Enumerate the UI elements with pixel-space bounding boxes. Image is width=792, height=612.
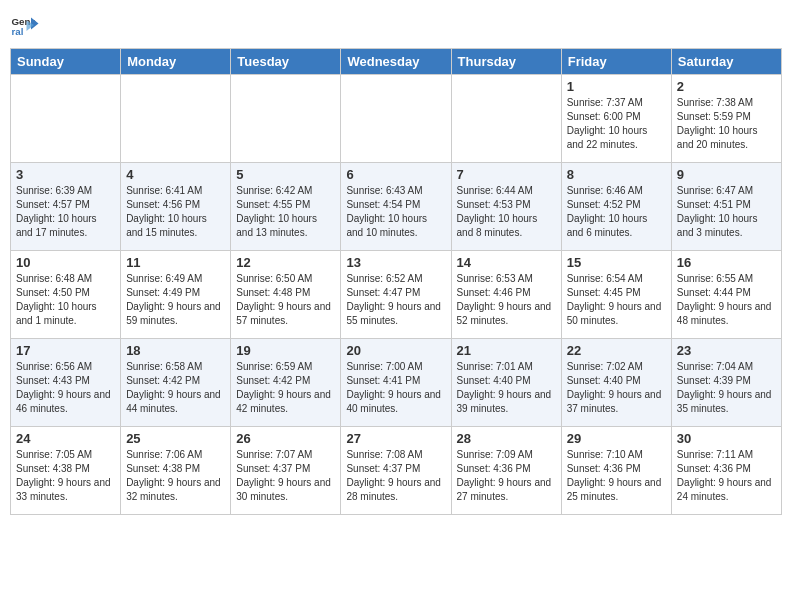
day-number: 29 xyxy=(567,431,666,446)
day-number: 18 xyxy=(126,343,225,358)
day-info: Sunrise: 6:53 AM Sunset: 4:46 PM Dayligh… xyxy=(457,272,556,328)
day-number: 11 xyxy=(126,255,225,270)
day-number: 4 xyxy=(126,167,225,182)
calendar-week-row: 17Sunrise: 6:56 AM Sunset: 4:43 PM Dayli… xyxy=(11,339,782,427)
svg-text:ral: ral xyxy=(12,26,24,37)
day-info: Sunrise: 7:07 AM Sunset: 4:37 PM Dayligh… xyxy=(236,448,335,504)
day-number: 9 xyxy=(677,167,776,182)
calendar-day xyxy=(231,75,341,163)
day-number: 27 xyxy=(346,431,445,446)
day-info: Sunrise: 7:10 AM Sunset: 4:36 PM Dayligh… xyxy=(567,448,666,504)
header: Gene ral xyxy=(10,10,782,40)
day-info: Sunrise: 7:38 AM Sunset: 5:59 PM Dayligh… xyxy=(677,96,776,152)
day-number: 13 xyxy=(346,255,445,270)
calendar-day: 16Sunrise: 6:55 AM Sunset: 4:44 PM Dayli… xyxy=(671,251,781,339)
day-info: Sunrise: 7:06 AM Sunset: 4:38 PM Dayligh… xyxy=(126,448,225,504)
calendar-day: 17Sunrise: 6:56 AM Sunset: 4:43 PM Dayli… xyxy=(11,339,121,427)
calendar-day: 29Sunrise: 7:10 AM Sunset: 4:36 PM Dayli… xyxy=(561,427,671,515)
day-number: 28 xyxy=(457,431,556,446)
calendar-day xyxy=(451,75,561,163)
day-number: 20 xyxy=(346,343,445,358)
calendar-week-row: 1Sunrise: 7:37 AM Sunset: 6:00 PM Daylig… xyxy=(11,75,782,163)
logo-icon: Gene ral xyxy=(10,10,40,40)
day-number: 25 xyxy=(126,431,225,446)
calendar-day: 22Sunrise: 7:02 AM Sunset: 4:40 PM Dayli… xyxy=(561,339,671,427)
day-info: Sunrise: 6:52 AM Sunset: 4:47 PM Dayligh… xyxy=(346,272,445,328)
day-info: Sunrise: 6:41 AM Sunset: 4:56 PM Dayligh… xyxy=(126,184,225,240)
calendar-week-row: 10Sunrise: 6:48 AM Sunset: 4:50 PM Dayli… xyxy=(11,251,782,339)
weekday-header: Tuesday xyxy=(231,49,341,75)
day-number: 30 xyxy=(677,431,776,446)
day-number: 12 xyxy=(236,255,335,270)
weekday-header-row: SundayMondayTuesdayWednesdayThursdayFrid… xyxy=(11,49,782,75)
calendar-day: 7Sunrise: 6:44 AM Sunset: 4:53 PM Daylig… xyxy=(451,163,561,251)
day-number: 10 xyxy=(16,255,115,270)
calendar-day: 19Sunrise: 6:59 AM Sunset: 4:42 PM Dayli… xyxy=(231,339,341,427)
day-number: 17 xyxy=(16,343,115,358)
weekday-header: Sunday xyxy=(11,49,121,75)
calendar-day: 13Sunrise: 6:52 AM Sunset: 4:47 PM Dayli… xyxy=(341,251,451,339)
calendar-day: 2Sunrise: 7:38 AM Sunset: 5:59 PM Daylig… xyxy=(671,75,781,163)
day-number: 3 xyxy=(16,167,115,182)
calendar-day: 21Sunrise: 7:01 AM Sunset: 4:40 PM Dayli… xyxy=(451,339,561,427)
calendar-day: 30Sunrise: 7:11 AM Sunset: 4:36 PM Dayli… xyxy=(671,427,781,515)
calendar-day xyxy=(121,75,231,163)
calendar-day xyxy=(341,75,451,163)
calendar-day: 25Sunrise: 7:06 AM Sunset: 4:38 PM Dayli… xyxy=(121,427,231,515)
day-number: 21 xyxy=(457,343,556,358)
day-info: Sunrise: 6:55 AM Sunset: 4:44 PM Dayligh… xyxy=(677,272,776,328)
day-info: Sunrise: 6:44 AM Sunset: 4:53 PM Dayligh… xyxy=(457,184,556,240)
day-info: Sunrise: 7:05 AM Sunset: 4:38 PM Dayligh… xyxy=(16,448,115,504)
day-number: 8 xyxy=(567,167,666,182)
day-number: 26 xyxy=(236,431,335,446)
day-info: Sunrise: 7:11 AM Sunset: 4:36 PM Dayligh… xyxy=(677,448,776,504)
day-number: 14 xyxy=(457,255,556,270)
day-number: 7 xyxy=(457,167,556,182)
calendar-day xyxy=(11,75,121,163)
day-number: 23 xyxy=(677,343,776,358)
calendar-day: 26Sunrise: 7:07 AM Sunset: 4:37 PM Dayli… xyxy=(231,427,341,515)
day-number: 24 xyxy=(16,431,115,446)
weekday-header: Thursday xyxy=(451,49,561,75)
calendar-week-row: 24Sunrise: 7:05 AM Sunset: 4:38 PM Dayli… xyxy=(11,427,782,515)
calendar-day: 8Sunrise: 6:46 AM Sunset: 4:52 PM Daylig… xyxy=(561,163,671,251)
day-info: Sunrise: 6:39 AM Sunset: 4:57 PM Dayligh… xyxy=(16,184,115,240)
day-number: 1 xyxy=(567,79,666,94)
day-info: Sunrise: 6:46 AM Sunset: 4:52 PM Dayligh… xyxy=(567,184,666,240)
calendar-week-row: 3Sunrise: 6:39 AM Sunset: 4:57 PM Daylig… xyxy=(11,163,782,251)
calendar-day: 20Sunrise: 7:00 AM Sunset: 4:41 PM Dayli… xyxy=(341,339,451,427)
calendar-day: 1Sunrise: 7:37 AM Sunset: 6:00 PM Daylig… xyxy=(561,75,671,163)
day-info: Sunrise: 6:47 AM Sunset: 4:51 PM Dayligh… xyxy=(677,184,776,240)
calendar-day: 15Sunrise: 6:54 AM Sunset: 4:45 PM Dayli… xyxy=(561,251,671,339)
weekday-header: Monday xyxy=(121,49,231,75)
day-number: 16 xyxy=(677,255,776,270)
logo: Gene ral xyxy=(10,10,44,40)
day-info: Sunrise: 6:59 AM Sunset: 4:42 PM Dayligh… xyxy=(236,360,335,416)
day-info: Sunrise: 7:00 AM Sunset: 4:41 PM Dayligh… xyxy=(346,360,445,416)
weekday-header: Wednesday xyxy=(341,49,451,75)
day-number: 19 xyxy=(236,343,335,358)
day-number: 22 xyxy=(567,343,666,358)
weekday-header: Friday xyxy=(561,49,671,75)
day-info: Sunrise: 6:56 AM Sunset: 4:43 PM Dayligh… xyxy=(16,360,115,416)
calendar-day: 11Sunrise: 6:49 AM Sunset: 4:49 PM Dayli… xyxy=(121,251,231,339)
day-info: Sunrise: 6:48 AM Sunset: 4:50 PM Dayligh… xyxy=(16,272,115,328)
calendar-day: 28Sunrise: 7:09 AM Sunset: 4:36 PM Dayli… xyxy=(451,427,561,515)
day-info: Sunrise: 7:01 AM Sunset: 4:40 PM Dayligh… xyxy=(457,360,556,416)
calendar-day: 6Sunrise: 6:43 AM Sunset: 4:54 PM Daylig… xyxy=(341,163,451,251)
day-info: Sunrise: 7:04 AM Sunset: 4:39 PM Dayligh… xyxy=(677,360,776,416)
calendar-day: 24Sunrise: 7:05 AM Sunset: 4:38 PM Dayli… xyxy=(11,427,121,515)
calendar-day: 3Sunrise: 6:39 AM Sunset: 4:57 PM Daylig… xyxy=(11,163,121,251)
calendar-day: 5Sunrise: 6:42 AM Sunset: 4:55 PM Daylig… xyxy=(231,163,341,251)
weekday-header: Saturday xyxy=(671,49,781,75)
day-info: Sunrise: 6:54 AM Sunset: 4:45 PM Dayligh… xyxy=(567,272,666,328)
day-number: 6 xyxy=(346,167,445,182)
calendar-day: 10Sunrise: 6:48 AM Sunset: 4:50 PM Dayli… xyxy=(11,251,121,339)
day-info: Sunrise: 6:49 AM Sunset: 4:49 PM Dayligh… xyxy=(126,272,225,328)
day-number: 5 xyxy=(236,167,335,182)
calendar-day: 14Sunrise: 6:53 AM Sunset: 4:46 PM Dayli… xyxy=(451,251,561,339)
calendar-day: 18Sunrise: 6:58 AM Sunset: 4:42 PM Dayli… xyxy=(121,339,231,427)
calendar: SundayMondayTuesdayWednesdayThursdayFrid… xyxy=(10,48,782,515)
calendar-day: 27Sunrise: 7:08 AM Sunset: 4:37 PM Dayli… xyxy=(341,427,451,515)
calendar-day: 23Sunrise: 7:04 AM Sunset: 4:39 PM Dayli… xyxy=(671,339,781,427)
